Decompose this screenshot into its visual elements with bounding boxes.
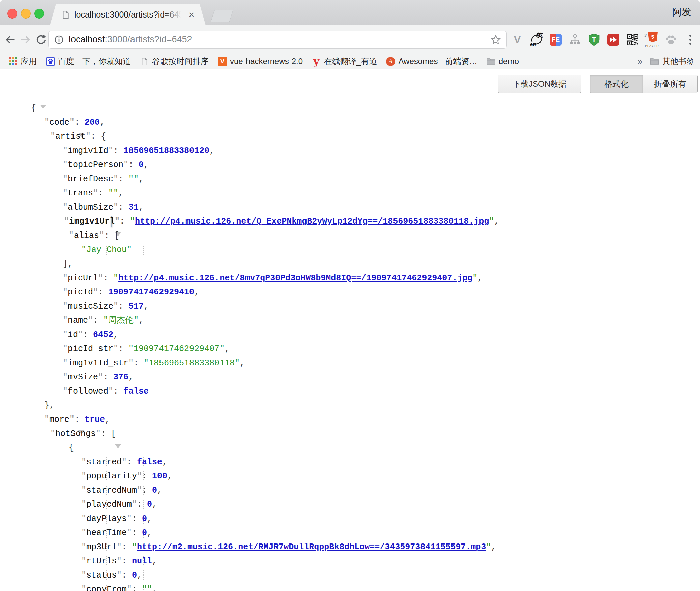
json-punctuation: , xyxy=(144,302,149,311)
close-window-icon[interactable] xyxy=(7,9,17,19)
translate-icon[interactable]: 英en xyxy=(530,32,543,48)
json-key: mp3Url xyxy=(86,542,117,552)
json-line: "hotSongs": [ xyxy=(0,427,700,441)
json-value-link[interactable]: http://p4.music.126.net/8mv7qP30Pd3oHW8b… xyxy=(118,273,472,283)
bookmark-label: 其他书签 xyxy=(662,56,695,67)
bookmark-star-icon[interactable] xyxy=(490,34,501,45)
json-punctuation: , xyxy=(113,330,118,340)
json-punctuation: : xyxy=(122,570,132,580)
tab-title-fade xyxy=(165,4,185,25)
json-quote: " xyxy=(63,302,68,311)
browser-tab[interactable]: localhost:3000/artists?id=645 × xyxy=(50,4,206,25)
json-punctuation: , xyxy=(105,415,110,425)
json-value-string: "周杰伦" xyxy=(103,316,139,325)
json-punctuation: , xyxy=(118,188,123,198)
paw-icon[interactable] xyxy=(665,32,677,48)
qr-code-icon[interactable] xyxy=(626,32,639,48)
json-key: followed xyxy=(68,386,108,396)
json-punctuation: : xyxy=(137,500,147,509)
json-punctuation: , xyxy=(194,287,199,297)
json-key: status xyxy=(86,570,117,580)
json-value-link[interactable]: http://p4.music.126.net/Q_ExePNkmgB2yWyL… xyxy=(135,217,489,226)
json-punctuation: : xyxy=(120,217,130,226)
back-icon[interactable] xyxy=(3,32,18,47)
json-punctuation: : xyxy=(118,203,128,212)
bookmark-label: 应用 xyxy=(21,56,37,67)
page-favicon-icon xyxy=(61,10,70,19)
json-punctuation: ], xyxy=(63,259,73,269)
json-key: briefDesc xyxy=(68,174,113,184)
json-value-number: 0 xyxy=(147,500,152,509)
bookmarks-right-group: »其他书签 xyxy=(638,56,695,67)
reload-icon[interactable] xyxy=(34,32,49,47)
json-punctuation: , xyxy=(494,217,499,226)
json-key: mvSize xyxy=(68,372,98,382)
json-punctuation: , xyxy=(139,203,144,212)
bookmark-5[interactable]: AAwesomes - 前端资… xyxy=(386,56,477,67)
bookmark-6[interactable]: demo xyxy=(486,57,519,66)
json-punctuation: , xyxy=(137,570,142,580)
new-tab-button[interactable] xyxy=(210,10,233,22)
collapse-triangle-icon[interactable] xyxy=(40,105,46,119)
json-line: "id": 6452, xyxy=(0,328,700,342)
json-punctuation: : xyxy=(142,486,152,495)
json-quote: " xyxy=(81,528,86,538)
json-value-number: 0 xyxy=(142,528,147,538)
bookmark-2[interactable]: 谷歌按时间排序 xyxy=(140,56,209,67)
json-line: "starredNum": 0, xyxy=(0,484,700,498)
indent-guide xyxy=(88,259,88,269)
sitemap-icon[interactable] xyxy=(568,32,581,48)
bookmark-other[interactable]: 其他书签 xyxy=(650,56,695,67)
json-punctuation: , xyxy=(139,316,144,325)
json-punctuation: : xyxy=(132,585,142,591)
bookmark-4[interactable]: y在线翻译_有道 xyxy=(312,56,377,67)
vue-gray-icon[interactable]: V xyxy=(511,32,524,48)
indent-guide xyxy=(107,259,107,269)
html5-player-icon[interactable]: s5PLAYER xyxy=(645,32,658,48)
json-value-number: 200 xyxy=(85,118,100,127)
forward-icon[interactable] xyxy=(18,32,33,47)
bookmark-label: vue-hackernews-2.0 xyxy=(230,57,303,66)
json-quote: " xyxy=(127,514,132,524)
info-icon[interactable] xyxy=(54,35,64,45)
json-key: picUrl xyxy=(68,273,98,283)
shield-t-icon[interactable]: T xyxy=(588,32,601,48)
json-punctuation: , xyxy=(157,486,162,495)
json-value-string: "" xyxy=(108,188,118,198)
zoom-window-icon[interactable] xyxy=(34,9,44,19)
bookmark-1[interactable]: 百度一下，你就知道 xyxy=(46,56,131,67)
baidu-paw-icon xyxy=(46,57,55,66)
indent-guide xyxy=(88,443,88,453)
bookmark-0[interactable]: 应用 xyxy=(8,56,37,67)
json-line: "img1v1Url": "http://p4.music.126.net/Q_… xyxy=(0,215,700,229)
collapse-triangle-icon[interactable] xyxy=(115,444,121,458)
menu-dots-icon[interactable] xyxy=(684,32,697,48)
json-value-string: "" xyxy=(128,174,139,184)
page-content: 下载JSON数据 格式化 折叠所有 {"code": 200,"artist":… xyxy=(0,69,700,591)
json-punctuation: : xyxy=(98,188,108,198)
json-key: picId xyxy=(68,287,93,297)
url-path: :3000/artists?id=6452 xyxy=(105,34,192,44)
json-quote: " xyxy=(113,302,118,311)
json-quote: " xyxy=(63,358,68,368)
json-punctuation: : xyxy=(132,528,142,538)
vue-icon: V xyxy=(217,57,227,66)
json-value-link[interactable]: http://m2.music.126.net/RMJR7wDullRqppBk… xyxy=(137,542,486,552)
json-line: "mvSize": 376, xyxy=(0,370,700,384)
fe-icon[interactable]: FE xyxy=(549,32,562,48)
bookmark-3[interactable]: Vvue-hackernews-2.0 xyxy=(217,57,303,66)
json-line: "musicSize": 517, xyxy=(0,300,700,314)
json-quote: " xyxy=(44,415,49,425)
fast-forward-icon[interactable] xyxy=(607,32,620,48)
bookmarks-overflow-icon[interactable]: » xyxy=(638,56,642,67)
address-bar[interactable]: localhost:3000/artists?id=6452 xyxy=(48,31,507,49)
apps-grid-icon xyxy=(8,57,18,66)
minimize-window-icon[interactable] xyxy=(21,9,31,19)
json-punctuation: { xyxy=(31,103,36,113)
json-key: code xyxy=(49,118,69,127)
profile-name[interactable]: 阿发 xyxy=(672,6,691,19)
tab-close-icon[interactable]: × xyxy=(189,10,194,20)
url-text[interactable]: localhost:3000/artists?id=6452 xyxy=(69,34,490,45)
json-key: copyFrom xyxy=(86,585,127,591)
json-key: albumSize xyxy=(68,203,113,212)
